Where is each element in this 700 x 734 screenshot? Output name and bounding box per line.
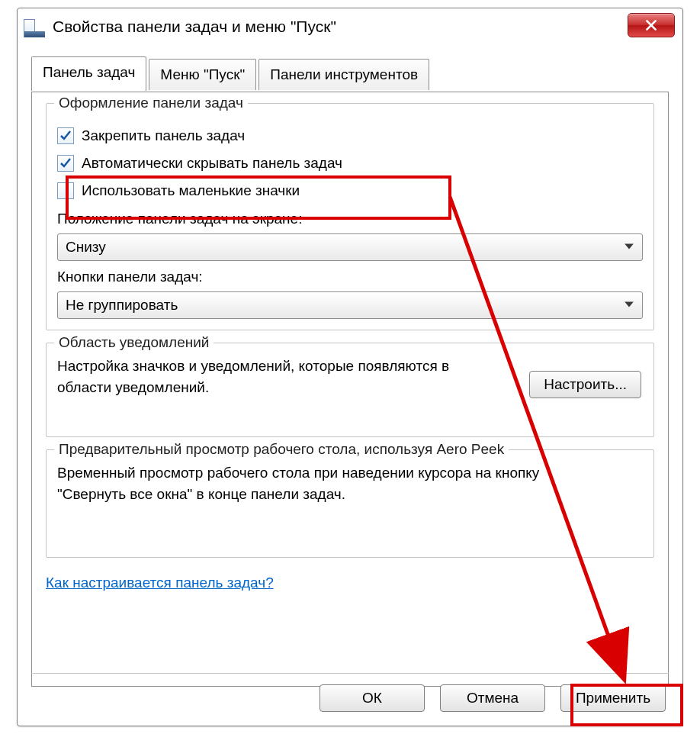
checkbox-small-icons[interactable] xyxy=(57,182,74,199)
group-appearance: Оформление панели задач Закрепить панель… xyxy=(46,103,654,330)
check-icon xyxy=(59,157,72,169)
peek-description: Временный просмотр рабочего стола при на… xyxy=(57,462,606,505)
properties-dialog: Свойства панели задач и меню "Пуск" Пане… xyxy=(17,8,683,726)
label-lock-taskbar: Закрепить панель задач xyxy=(82,127,245,144)
combo-position[interactable]: Снизу xyxy=(57,233,643,261)
cancel-button[interactable]: Отмена xyxy=(440,684,545,712)
app-icon xyxy=(24,16,45,37)
combo-position-value: Снизу xyxy=(66,239,106,256)
separator xyxy=(31,673,669,674)
configure-button[interactable]: Настроить... xyxy=(529,371,641,398)
group-peek-legend: Предварительный просмотр рабочего стола,… xyxy=(54,441,509,458)
dialog-button-row: ОК Отмена Применить xyxy=(319,684,666,712)
checkbox-autohide[interactable] xyxy=(57,155,74,172)
apply-button[interactable]: Применить xyxy=(560,684,666,712)
tab-panel: Оформление панели задач Закрепить панель… xyxy=(31,92,669,687)
close-icon xyxy=(644,18,658,32)
label-small-icons: Использовать маленькие значки xyxy=(82,182,300,199)
ok-button[interactable]: ОК xyxy=(319,684,425,712)
combo-buttons-value: Не группировать xyxy=(66,297,178,314)
group-appearance-legend: Оформление панели задач xyxy=(54,95,248,111)
tab-strip: Панель задач Меню "Пуск" Панели инструме… xyxy=(31,59,669,92)
chevron-down-icon xyxy=(624,297,634,314)
combo-buttons[interactable]: Не группировать xyxy=(57,291,643,319)
group-notify-legend: Область уведомлений xyxy=(54,334,214,351)
help-link[interactable]: Как настраивается панель задач? xyxy=(46,575,274,591)
chevron-down-icon xyxy=(624,239,634,256)
tab-toolbars[interactable]: Панели инструментов xyxy=(258,59,429,90)
tab-start-menu[interactable]: Меню "Пуск" xyxy=(149,59,256,90)
close-button[interactable] xyxy=(628,13,675,37)
window-title: Свойства панели задач и меню "Пуск" xyxy=(53,18,336,36)
group-notification-area: Область уведомлений Настройка значков и … xyxy=(46,343,654,437)
label-position: Положение панели задач на экране: xyxy=(57,211,643,227)
group-aero-peek: Предварительный просмотр рабочего стола,… xyxy=(46,449,654,558)
notify-description: Настройка значков и уведомлений, которые… xyxy=(57,356,454,398)
titlebar: Свойства панели задач и меню "Пуск" xyxy=(18,8,682,45)
checkbox-lock-taskbar[interactable] xyxy=(57,127,74,144)
label-autohide: Автоматически скрывать панель задач xyxy=(82,155,342,172)
label-buttons: Кнопки панели задач: xyxy=(57,269,643,285)
check-icon xyxy=(59,130,72,142)
tab-taskbar[interactable]: Панель задач xyxy=(31,56,146,91)
